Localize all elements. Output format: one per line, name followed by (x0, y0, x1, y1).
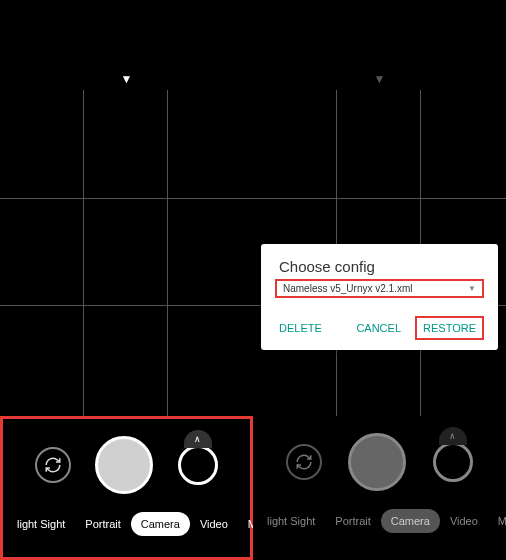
cancel-button[interactable]: CANCEL (356, 322, 401, 334)
camera-screen-left: ▼ ∧ light Sight Portrait Camera Video Mo… (0, 0, 253, 560)
mode-portrait[interactable]: Portrait (75, 512, 130, 536)
config-selected: Nameless v5_Urnyx v2.1.xml (283, 283, 412, 294)
mode-selector[interactable]: light Sight Portrait Camera Video More (3, 499, 250, 549)
chevron-up-icon[interactable]: ∧ (439, 427, 467, 445)
shutter-button[interactable] (348, 433, 406, 491)
chevron-down-icon[interactable]: ▼ (121, 72, 133, 86)
dropdown-caret-icon: ▼ (468, 284, 476, 293)
delete-button[interactable]: DELETE (275, 316, 326, 340)
switch-camera-button[interactable] (286, 444, 322, 480)
mode-video[interactable]: Video (190, 512, 238, 536)
mode-camera[interactable]: Camera (131, 512, 190, 536)
mode-camera[interactable]: Camera (381, 509, 440, 533)
mode-night-sight[interactable]: light Sight (257, 509, 325, 533)
mode-night-sight[interactable]: light Sight (7, 512, 75, 536)
last-photo-button[interactable]: ∧ (433, 442, 473, 482)
last-photo-button[interactable]: ∧ (178, 445, 218, 485)
dialog-title: Choose config (275, 258, 484, 275)
chevron-up-icon[interactable]: ∧ (184, 430, 212, 448)
mode-more[interactable]: More (238, 512, 253, 536)
config-dropdown[interactable]: Nameless v5_Urnyx v2.1.xml ▼ (275, 279, 484, 298)
config-dialog: Choose config Nameless v5_Urnyx v2.1.xml… (261, 244, 498, 350)
camera-screen-right: ▼ Choose config Nameless v5_Urnyx v2.1.x… (253, 0, 506, 560)
switch-camera-button[interactable] (35, 447, 71, 483)
viewfinder-grid (0, 90, 253, 416)
chevron-down-icon[interactable]: ▼ (374, 72, 386, 86)
restore-button[interactable]: RESTORE (415, 316, 484, 340)
mode-selector[interactable]: light Sight Portrait Camera Video More (253, 496, 506, 546)
shutter-button[interactable] (95, 436, 153, 494)
bottom-bar: ∧ light Sight Portrait Camera Video More (0, 416, 253, 560)
mode-video[interactable]: Video (440, 509, 488, 533)
mode-portrait[interactable]: Portrait (325, 509, 380, 533)
bottom-bar: ∧ light Sight Portrait Camera Video More (253, 416, 506, 560)
mode-more[interactable]: More (488, 509, 506, 533)
